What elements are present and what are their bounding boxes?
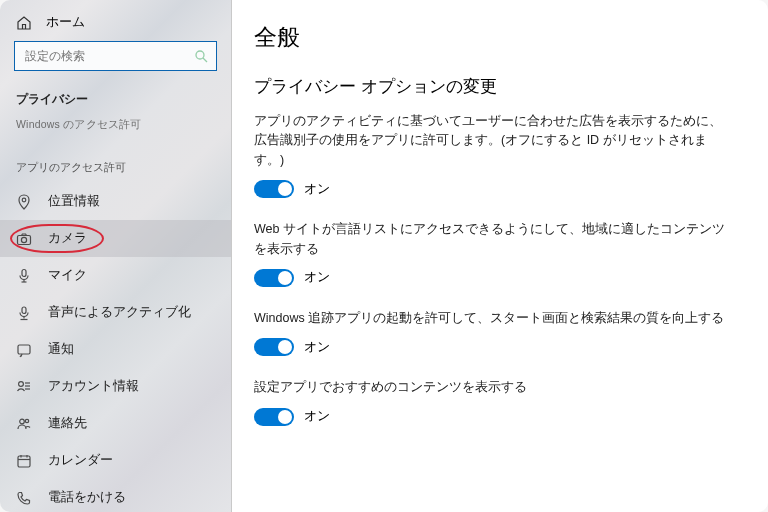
setting-desc: Web サイトが言語リストにアクセスできるようにして、地域に適したコンテンツを表…: [254, 220, 734, 259]
setting-desc: Windows 追跡アプリの起動を許可して、スタート画面と検索結果の質を向上する: [254, 309, 734, 328]
setting-advertising-id: アプリのアクティビティに基づいてユーザーに合わせた広告を表示するために、広告識別…: [254, 112, 734, 198]
search-field[interactable]: [23, 48, 194, 64]
main-content: 全般 プライバシー オプションの変更 アプリのアクティビティに基づいてユーザーに…: [232, 0, 768, 512]
sidebar-item-notifications[interactable]: 通知: [0, 331, 231, 368]
sidebar-item-home[interactable]: ホーム: [0, 0, 231, 41]
sidebar-item-voice-activation[interactable]: 音声によるアクティブ化: [0, 294, 231, 331]
setting-suggested-content: 設定アプリでおすすめのコンテンツを表示する オン: [254, 378, 734, 425]
svg-rect-6: [18, 345, 30, 354]
calendar-icon: [16, 453, 32, 469]
phone-icon: [16, 490, 32, 506]
camera-icon: [16, 231, 32, 247]
toggle-app-launch-tracking[interactable]: [254, 338, 294, 356]
sidebar-item-label: カレンダー: [48, 452, 113, 469]
toggle-language-list[interactable]: [254, 269, 294, 287]
svg-rect-4: [22, 269, 26, 276]
svg-point-9: [25, 419, 28, 422]
search-icon: [194, 49, 208, 63]
sidebar-category: プライバシー: [0, 85, 231, 118]
sidebar-item-label: 音声によるアクティブ化: [48, 304, 191, 321]
home-label: ホーム: [46, 14, 85, 31]
page-title: 全般: [254, 22, 734, 53]
toggle-state-label: オン: [304, 408, 330, 425]
sidebar-muted-row[interactable]: Windows のアクセス許可: [0, 118, 231, 142]
toggle-suggested-content[interactable]: [254, 408, 294, 426]
svg-point-8: [20, 419, 25, 424]
svg-point-1: [22, 198, 26, 202]
sidebar-item-camera[interactable]: カメラ: [0, 220, 231, 257]
sidebar-item-contacts[interactable]: 連絡先: [0, 405, 231, 442]
sidebar-item-label: 電話をかける: [48, 489, 126, 506]
contacts-icon: [16, 416, 32, 432]
sidebar-item-phone-calls[interactable]: 電話をかける: [0, 479, 231, 512]
setting-desc: 設定アプリでおすすめのコンテンツを表示する: [254, 378, 734, 397]
svg-rect-5: [22, 307, 26, 314]
svg-point-0: [196, 51, 204, 59]
sidebar-item-microphone[interactable]: マイク: [0, 257, 231, 294]
svg-rect-10: [18, 456, 30, 467]
home-icon: [16, 15, 32, 31]
setting-language-list: Web サイトが言語リストにアクセスできるようにして、地域に適したコンテンツを表…: [254, 220, 734, 287]
sidebar-subhead: アプリのアクセス許可: [0, 142, 231, 183]
sidebar-item-account-info[interactable]: アカウント情報: [0, 368, 231, 405]
sidebar-item-label: カメラ: [48, 230, 87, 247]
sidebar-item-label: マイク: [48, 267, 87, 284]
search-input[interactable]: [14, 41, 217, 71]
svg-point-3: [21, 237, 26, 242]
sidebar-item-label: 通知: [48, 341, 74, 358]
sidebar-item-label: 位置情報: [48, 193, 100, 210]
voice-icon: [16, 305, 32, 321]
toggle-advertising-id[interactable]: [254, 180, 294, 198]
toggle-state-label: オン: [304, 339, 330, 356]
toggle-state-label: オン: [304, 269, 330, 286]
sidebar-item-location[interactable]: 位置情報: [0, 183, 231, 220]
section-title: プライバシー オプションの変更: [254, 75, 734, 98]
location-icon: [16, 194, 32, 210]
microphone-icon: [16, 268, 32, 284]
sidebar-item-label: 連絡先: [48, 415, 87, 432]
account-icon: [16, 379, 32, 395]
notifications-icon: [16, 342, 32, 358]
setting-app-launch-tracking: Windows 追跡アプリの起動を許可して、スタート画面と検索結果の質を向上する…: [254, 309, 734, 356]
sidebar: ホーム プライバシー Windows のアクセス許可 アプリのアクセス許可: [0, 0, 232, 512]
sidebar-item-calendar[interactable]: カレンダー: [0, 442, 231, 479]
toggle-state-label: オン: [304, 181, 330, 198]
sidebar-item-label: アカウント情報: [48, 378, 139, 395]
setting-desc: アプリのアクティビティに基づいてユーザーに合わせた広告を表示するために、広告識別…: [254, 112, 734, 170]
sidebar-nav: 位置情報 カメラ マイク: [0, 183, 231, 512]
svg-point-7: [19, 381, 24, 386]
